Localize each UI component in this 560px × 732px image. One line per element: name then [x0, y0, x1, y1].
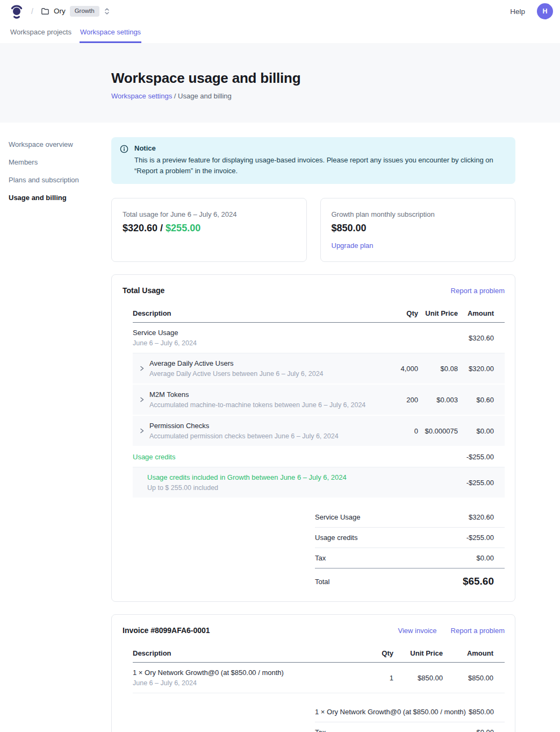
table-row: Usage credits included in Growth between…	[133, 467, 505, 499]
usage-table: Description Qty Unit Price Amount Servic…	[133, 304, 505, 499]
row-subtext: June 6 – July 6, 2024	[133, 339, 375, 347]
row-qty: 200	[375, 396, 418, 404]
row-amount: -$255.00	[458, 479, 505, 487]
row-description: Usage credits included in Growth between…	[147, 473, 375, 481]
workspace-selector[interactable]: Ory Growth	[41, 6, 110, 17]
row-subtext: Accumulated machine-to-machine tokens be…	[149, 401, 365, 409]
usage-credit-amount: $255.00	[166, 223, 200, 233]
sidebar-item-usage-billing[interactable]: Usage and billing	[9, 190, 100, 205]
table-row[interactable]: M2M Tokens Accumulated machine-to-machin…	[133, 385, 505, 416]
total-value: $65.60	[463, 575, 505, 587]
total-label: Total	[315, 578, 329, 586]
ory-logo-icon[interactable]	[10, 3, 24, 19]
help-button[interactable]: Help	[510, 8, 525, 16]
row-unit-price: $0.000075	[418, 427, 458, 435]
folder-icon	[41, 7, 49, 16]
subscription-value: $850.00	[332, 223, 505, 234]
chevron-right-icon[interactable]	[139, 428, 145, 434]
row-description: Average Daily Active Users	[149, 359, 324, 367]
app-header: / Ory Growth Help H	[0, 0, 560, 23]
usage-summary: Service Usage $320.60 Usage credits -$25…	[315, 507, 505, 589]
upgrade-plan-link[interactable]: Upgrade plan	[332, 241, 374, 250]
row-amount: $320.60	[458, 334, 505, 342]
report-problem-link[interactable]: Report a problem	[451, 627, 505, 635]
row-description: Usage credits	[133, 453, 375, 461]
table-row: 1 × Ory Network Growth@0 (at $850.00 / m…	[133, 663, 505, 693]
table-row: Usage credits -$255.00	[133, 447, 505, 467]
summary-total-row: Total $65.60	[315, 568, 505, 589]
summary-value: $0.00	[476, 728, 505, 732]
summary-label: 1 × Ory Network Growth@0 (at $850.00 / m…	[315, 708, 466, 716]
row-qty: 0	[375, 427, 418, 435]
row-description: Service Usage	[133, 329, 375, 337]
summary-value: $320.60	[469, 513, 505, 521]
row-amount: $0.00	[458, 427, 505, 435]
tab-workspace-settings[interactable]: Workspace settings	[80, 23, 141, 43]
summary-row: Usage credits -$255.00	[315, 528, 505, 548]
row-subtext: Average Daily Active Users between June …	[149, 370, 324, 378]
total-usage-label: Total usage for June 6 – July 6, 2024	[123, 210, 296, 218]
col-unit-price: Unit Price	[418, 304, 458, 322]
report-problem-link[interactable]: Report a problem	[451, 287, 505, 295]
info-icon	[120, 145, 128, 176]
row-subtext: Up to $ 255.00 included	[147, 484, 375, 492]
col-description: Description	[133, 644, 350, 662]
invoice-summary: 1 × Ory Network Growth@0 (at $850.00 / m…	[315, 702, 505, 732]
col-qty: Qty	[375, 304, 418, 322]
summary-row: 1 × Ory Network Growth@0 (at $850.00 / m…	[315, 702, 505, 722]
tab-workspace-projects[interactable]: Workspace projects	[10, 23, 72, 43]
row-subtext: Accumulated permission checks between Ju…	[149, 432, 339, 440]
row-qty: 4,000	[375, 365, 418, 373]
summary-label: Usage credits	[315, 534, 357, 542]
usage-amount: $320.60	[123, 223, 157, 233]
chevron-up-down-icon[interactable]	[104, 8, 110, 15]
row-unit-price: $0.08	[418, 365, 458, 373]
summary-row: Tax $0.00	[315, 722, 505, 732]
invoice-table-header: Description Qty Unit Price Amount	[133, 644, 505, 663]
col-unit-price: Unit Price	[393, 644, 443, 662]
usage-invoice-card: Total Usage Report a problem Description…	[111, 274, 515, 602]
summary-row: Service Usage $320.60	[315, 507, 505, 528]
row-amount: $0.60	[458, 396, 505, 404]
total-usage-card: Total usage for June 6 – July 6, 2024 $3…	[111, 198, 307, 262]
invoice-title: Invoice #8099AFA6-0001	[123, 626, 210, 635]
breadcrumb: Workspace settings / Usage and billing	[111, 92, 560, 100]
col-amount: Amount	[443, 644, 505, 662]
sidebar-item-members[interactable]: Members	[9, 155, 100, 169]
breadcrumb-settings-link[interactable]: Workspace settings	[111, 92, 172, 100]
breadcrumb-separator: /	[31, 7, 33, 16]
usage-table-header: Description Qty Unit Price Amount	[133, 304, 505, 323]
chevron-right-icon[interactable]	[139, 396, 145, 403]
row-amount: -$255.00	[458, 453, 505, 461]
row-qty: 1	[350, 674, 393, 682]
plan-badge: Growth	[70, 6, 99, 17]
row-unit-price: $850.00	[393, 674, 443, 682]
table-row: Service Usage June 6 – July 6, 2024 $320…	[133, 323, 505, 353]
row-amount: $320.00	[458, 365, 505, 373]
page-hero: Workspace usage and billing Workspace se…	[0, 43, 560, 123]
sidebar-item-workspace-overview[interactable]: Workspace overview	[9, 137, 100, 152]
row-subtext: June 6 – July 6, 2024	[133, 679, 350, 687]
view-invoice-link[interactable]: View invoice	[398, 627, 437, 635]
notice-title: Notice	[134, 144, 507, 152]
workspace-tabs: Workspace projects Workspace settings	[0, 23, 560, 43]
preview-notice: Notice This is a preview feature for dis…	[111, 137, 515, 184]
row-unit-price: $0.003	[418, 396, 458, 404]
row-description: 1 × Ory Network Growth@0 (at $850.00 / m…	[133, 669, 350, 677]
total-usage-value: $320.60 / $255.00	[123, 223, 296, 234]
row-amount: $850.00	[443, 674, 505, 682]
col-amount: Amount	[458, 304, 505, 322]
page-title: Workspace usage and billing	[111, 70, 560, 87]
notice-body: This is a preview feature for displaying…	[134, 155, 507, 176]
summary-value: -$255.00	[466, 534, 505, 542]
breadcrumb-current: Usage and billing	[178, 92, 232, 100]
chevron-right-icon[interactable]	[139, 365, 145, 372]
table-row[interactable]: Permission Checks Accumulated permission…	[133, 416, 505, 447]
row-description: M2M Tokens	[149, 390, 365, 399]
sidebar-item-plans-subscription[interactable]: Plans and subscription	[9, 173, 100, 187]
avatar[interactable]: H	[537, 3, 553, 19]
table-row[interactable]: Average Daily Active Users Average Daily…	[133, 353, 505, 385]
summary-label: Tax	[315, 554, 326, 562]
usage-card-title: Total Usage	[123, 286, 164, 295]
breadcrumb-separator: /	[172, 92, 178, 100]
